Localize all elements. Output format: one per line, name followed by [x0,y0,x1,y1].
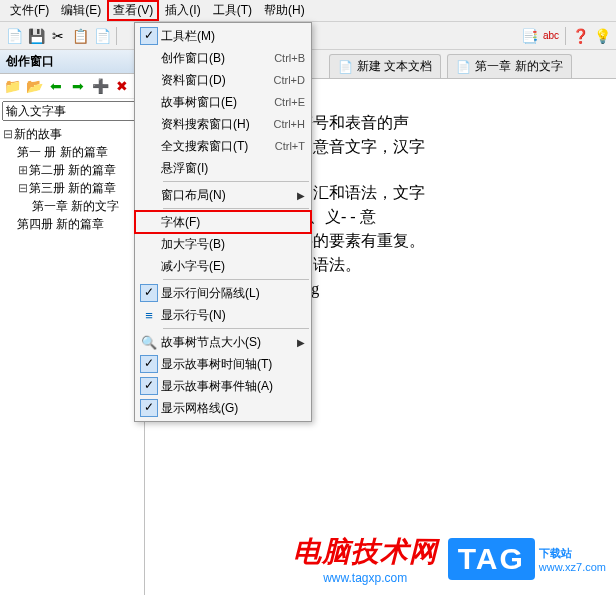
copy-icon[interactable]: 📋 [70,26,90,46]
menu-separator [163,328,309,329]
cut-icon[interactable]: ✂ [48,26,68,46]
menu-label: 显示行号(N) [161,307,305,324]
save-icon[interactable]: 💾 [26,26,46,46]
menu-item-floating-window[interactable]: 悬浮窗(I) [135,157,311,179]
shortcut: Ctrl+T [267,140,305,152]
brand-tagxp: 电脑技术网 www.tagxp.com [293,533,438,585]
paste-icon[interactable]: 📄 [92,26,112,46]
menu-item-increase-font[interactable]: 加大字号(B) [135,233,311,255]
search-input[interactable] [2,101,142,121]
folder-new-icon[interactable]: 📁 [2,76,22,96]
menu-item-node-size[interactable]: 🔍 故事树节点大小(S) ▶ [135,331,311,353]
menu-insert[interactable]: 插入(I) [159,0,206,21]
menu-edit[interactable]: 编辑(E) [55,0,107,21]
tree-root[interactable]: ⊟ 新的故事 [2,125,142,143]
new-icon[interactable]: 📄 [4,26,24,46]
menu-label: 工具栏(M) [161,28,305,45]
search-input-wrap [2,101,142,121]
menu-item-show-separator[interactable]: 显示行间分隔线(L) [135,282,311,304]
brand-title: 电脑技术网 [293,533,438,571]
menu-separator [163,279,309,280]
tree-node[interactable]: 第一 册 新的篇章 [2,143,142,161]
menu-item-story-tree-window[interactable]: 故事树窗口(E) Ctrl+E [135,91,311,113]
menu-item-creation-window[interactable]: 创作窗口(B) Ctrl+B [135,47,311,69]
folder-icon[interactable]: 📂 [24,76,44,96]
tree-label: 第一 册 新的篇章 [17,143,108,161]
left-sidebar: 创作窗口 📁 📂 ⬅ ➡ ➕ ✖ ⊟ 新的故事 第一 册 新的篇章 ⊞ 第二册 … [0,50,145,595]
menu-label: 字体(F) [161,214,305,231]
menu-label: 加大字号(B) [161,236,305,253]
menu-label: 悬浮窗(I) [161,160,305,177]
back-icon[interactable]: ⬅ [46,76,66,96]
submenu-arrow-icon: ▶ [293,337,305,348]
menu-view[interactable]: 查看(V) [107,0,159,21]
expand-icon[interactable]: ⊞ [17,161,29,179]
check-icon [137,355,161,373]
menu-file[interactable]: 文件(F) [4,0,55,21]
abc-check-icon[interactable]: abc [541,26,561,46]
shortcut: Ctrl+D [266,74,305,86]
menu-item-show-line-no[interactable]: ≡ 显示行号(N) [135,304,311,326]
menu-help[interactable]: 帮助(H) [258,0,311,21]
menu-label: 创作窗口(B) [161,50,266,67]
tree-node[interactable]: ⊞ 第二册 新的篇章 [2,161,142,179]
menu-label: 全文搜索窗口(T) [161,138,267,155]
menu-label: 显示网格线(G) [161,400,305,417]
watermark: 电脑技术网 www.tagxp.com TAG 下载站 www.xz7.com [293,533,606,585]
tab-new-doc[interactable]: 📄 新建 文本文档 [329,54,441,78]
tree-node[interactable]: ⊟ 第三册 新的篇章 [2,179,142,197]
menu-label: 显示故事树事件轴(A) [161,378,305,395]
tab-chapter[interactable]: 📄 第一章 新的文字 [447,54,571,78]
menu-label: 资料搜索窗口(H) [161,116,266,133]
add-icon[interactable]: ➕ [90,76,110,96]
collapse-icon[interactable]: ⊟ [2,125,14,143]
tree-label: 第四册 新的篇章 [17,215,104,233]
tab-label: 第一章 新的文字 [475,58,562,75]
submenu-arrow-icon: ▶ [293,190,305,201]
panel-toolbar: 📁 📂 ⬅ ➡ ➕ ✖ [0,74,144,99]
menubar: 文件(F) 编辑(E) 查看(V) 插入(I) 工具(T) 帮助(H) [0,0,616,22]
menu-label: 减小字号(E) [161,258,305,275]
separator [565,27,566,45]
tree-label: 第一章 新的文字 [32,197,119,215]
menu-item-window-layout[interactable]: 窗口布局(N) ▶ [135,184,311,206]
menu-label: 故事树节点大小(S) [161,334,293,351]
menu-item-show-timeline[interactable]: 显示故事树时间轴(T) [135,353,311,375]
check-icon [137,284,161,302]
brand-url: www.tagxp.com [293,571,438,585]
check-icon [137,27,161,45]
help-icon[interactable]: ❓ [570,26,590,46]
forward-icon[interactable]: ➡ [68,76,88,96]
menu-separator [163,208,309,209]
menu-label: 故事树窗口(E) [161,94,266,111]
menu-item-font[interactable]: 字体(F) [135,211,311,233]
story-tree: ⊟ 新的故事 第一 册 新的篇章 ⊞ 第二册 新的篇章 ⊟ 第三册 新的篇章 第… [0,123,144,235]
doc-icon: 📄 [456,60,471,74]
menu-item-fulltext-search[interactable]: 全文搜索窗口(T) Ctrl+T [135,135,311,157]
menu-label: 显示行间分隔线(L) [161,285,305,302]
tree-child[interactable]: 第一章 新的文字 [2,197,142,215]
menu-label: 窗口布局(N) [161,187,293,204]
separator [116,27,117,45]
shortcut: Ctrl+E [266,96,305,108]
tool-icon[interactable]: 📑 [519,26,539,46]
tab-label: 新建 文本文档 [357,58,432,75]
menu-tools[interactable]: 工具(T) [207,0,258,21]
shortcut: Ctrl+H [266,118,305,130]
brand-logo: TAG [448,538,535,580]
menu-item-material-search[interactable]: 资料搜索窗口(H) Ctrl+H [135,113,311,135]
collapse-icon[interactable]: ⊟ [17,179,29,197]
menu-item-show-grid[interactable]: 显示网格线(G) [135,397,311,419]
tree-node[interactable]: 第四册 新的篇章 [2,215,142,233]
menu-label: 资料窗口(D) [161,72,266,89]
check-icon [137,377,161,395]
menu-separator [163,181,309,182]
menu-item-material-window[interactable]: 资料窗口(D) Ctrl+D [135,69,311,91]
menu-item-show-event-axis[interactable]: 显示故事树事件轴(A) [135,375,311,397]
menu-item-decrease-font[interactable]: 减小字号(E) [135,255,311,277]
bulb-icon[interactable]: 💡 [592,26,612,46]
menu-item-toolbar[interactable]: 工具栏(M) [135,25,311,47]
delete-icon[interactable]: ✖ [112,76,132,96]
search-icon: 🔍 [137,335,161,350]
shortcut: Ctrl+B [266,52,305,64]
